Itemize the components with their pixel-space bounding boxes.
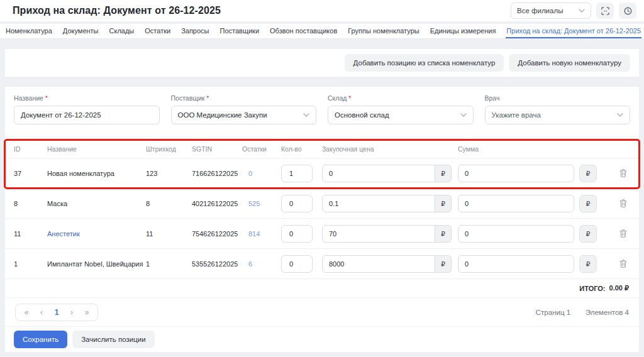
tab-7[interactable]: Обзвон поставщиков xyxy=(269,24,338,38)
column-header-5: Остатки xyxy=(242,145,281,153)
tab-5[interactable]: Запросы xyxy=(180,24,209,38)
price-input-group: ₽ xyxy=(322,255,452,273)
ruble-button[interactable]: ₽ xyxy=(579,225,597,243)
tab-9[interactable]: Единицы измерения xyxy=(430,24,497,38)
price-input[interactable] xyxy=(322,195,435,212)
first-page-button[interactable]: « xyxy=(19,305,33,319)
price-input[interactable] xyxy=(322,255,435,273)
table-row: 1Имплантат Nobel, Швейцария1535526122025… xyxy=(5,249,639,279)
cell-name: Новая номенклатура xyxy=(47,170,146,177)
branch-filter-select[interactable]: Все филиалы xyxy=(511,3,591,19)
column-header-2: Название xyxy=(47,145,146,153)
fullscreen-button[interactable] xyxy=(596,3,614,19)
pages-count: Страниц 1 xyxy=(536,309,570,316)
qty-input[interactable] xyxy=(281,255,313,273)
price-input-group: ₽ xyxy=(322,195,452,212)
required-asterisk: * xyxy=(348,94,351,102)
stock-link[interactable]: 0 xyxy=(242,170,281,177)
column-header-4: SGTIN xyxy=(192,145,242,153)
cell-sgtin: 754626122025 xyxy=(192,230,242,238)
cell-id: 1 xyxy=(14,260,47,268)
tab-1[interactable]: Номенклатура xyxy=(5,24,53,38)
delete-row-button[interactable] xyxy=(616,196,630,211)
price-input-group: ₽ xyxy=(322,225,452,243)
cell-barcode: 123 xyxy=(146,170,192,177)
clock-icon xyxy=(623,6,633,16)
price-input[interactable] xyxy=(322,225,435,243)
price-input-group: ₽ xyxy=(322,165,452,182)
delete-row-button[interactable] xyxy=(616,226,630,241)
total-label: ИТОГО: xyxy=(579,285,605,292)
tab-8[interactable]: Группы номенклатуры xyxy=(347,24,419,38)
total-value: 0.00 ₽ xyxy=(609,284,629,292)
column-header-3: Штрихкод xyxy=(146,145,192,153)
sum-input[interactable] xyxy=(458,195,574,212)
tab-bar: НоменклатураДокументыСкладыОстаткиЗапрос… xyxy=(0,24,644,39)
doctor-select[interactable]: Укажите врача xyxy=(485,106,631,124)
current-page-button[interactable]: 1 xyxy=(50,305,64,319)
supplier-select[interactable]: ООО Медицинские Закупи xyxy=(171,106,317,124)
add-position-from-list-button[interactable]: Добавить позицию из списка номенклатур xyxy=(345,54,504,72)
trash-icon xyxy=(619,168,628,178)
field-warehouse: Склад *Основной склад xyxy=(328,94,474,140)
table-body: 37Новая номенклатура1237166261220250₽₽8М… xyxy=(5,158,639,279)
stock-link[interactable]: 525 xyxy=(242,200,281,207)
table-row: 8Маска8402126122025525₽₽ xyxy=(5,189,639,219)
page-title: Приход на склад: Документ от 26-12-2025 xyxy=(13,5,221,16)
tab-10-active[interactable]: Приход на склад: Документ от 26-12-2025 xyxy=(506,24,641,38)
page-info: Страниц 1 Элементов 4 xyxy=(536,309,629,316)
stock-link[interactable]: 814 xyxy=(242,230,281,238)
document-panel: Название *Поставщик *ООО Медицинские Зак… xyxy=(5,87,639,352)
name-input[interactable] xyxy=(14,106,160,124)
last-page-button[interactable]: » xyxy=(80,305,94,319)
price-input[interactable] xyxy=(322,165,435,182)
add-new-nomenclature-button[interactable]: Добавить новую номенклатуру xyxy=(509,54,630,72)
trash-icon xyxy=(619,229,628,238)
credit-positions-button[interactable]: Зачислить позиции xyxy=(72,331,154,348)
actions-row: Сохранить Зачислить позиции xyxy=(5,327,639,352)
sum-input-group: ₽ xyxy=(458,225,608,243)
qty-input[interactable] xyxy=(281,195,313,212)
field-label-warehouse: Склад * xyxy=(328,94,474,102)
tab-6[interactable]: Поставщики xyxy=(219,24,260,38)
branch-filter-value: Все филиалы xyxy=(517,7,563,14)
cell-sgtin: 716626122025 xyxy=(192,170,242,177)
items-count: Элементов 4 xyxy=(586,309,629,316)
prev-page-button[interactable]: ‹ xyxy=(35,305,48,319)
field-label-doctor: Врач xyxy=(485,94,631,102)
ruble-suffix: ₽ xyxy=(435,225,452,243)
app-header: Приход на склад: Документ от 26-12-2025 … xyxy=(0,0,644,21)
ruble-button[interactable]: ₽ xyxy=(579,165,597,182)
table-header: IDНазваниеШтрихкодSGTINОстаткиКол-воЗаку… xyxy=(5,140,639,158)
history-button[interactable] xyxy=(619,3,636,19)
stock-link[interactable]: 6 xyxy=(242,260,281,268)
tab-4[interactable]: Остатки xyxy=(144,24,171,38)
cell-id: 37 xyxy=(14,170,47,177)
cell-barcode: 8 xyxy=(146,200,192,207)
delete-row-button[interactable] xyxy=(616,166,630,180)
trash-icon xyxy=(619,199,628,208)
warehouse-select-value: Основной склад xyxy=(335,111,389,119)
sum-input[interactable] xyxy=(458,165,574,182)
qty-input[interactable] xyxy=(281,165,313,182)
column-header-6: Кол-во xyxy=(281,145,322,153)
next-page-button[interactable]: › xyxy=(65,305,79,319)
ruble-button[interactable]: ₽ xyxy=(579,195,597,212)
qty-input[interactable] xyxy=(281,225,313,243)
save-button[interactable]: Сохранить xyxy=(14,331,67,348)
ruble-suffix: ₽ xyxy=(435,165,452,182)
field-label-supplier: Поставщик * xyxy=(171,94,317,102)
delete-row-button[interactable] xyxy=(616,256,630,271)
tab-2[interactable]: Документы xyxy=(62,24,99,38)
cell-name[interactable]: Анестетик xyxy=(47,230,146,238)
field-name: Название * xyxy=(14,94,160,140)
tab-3[interactable]: Склады xyxy=(109,24,135,38)
ruble-button[interactable]: ₽ xyxy=(579,255,597,273)
warehouse-select[interactable]: Основной склад xyxy=(328,106,474,124)
ruble-suffix: ₽ xyxy=(435,195,452,212)
positions-table: IDНазваниеШтрихкодSGTINОстаткиКол-воЗаку… xyxy=(5,140,639,279)
required-asterisk: * xyxy=(45,94,48,102)
sum-input[interactable] xyxy=(458,225,574,243)
column-header-7: Закупочная цена xyxy=(322,145,458,153)
sum-input[interactable] xyxy=(458,255,574,273)
